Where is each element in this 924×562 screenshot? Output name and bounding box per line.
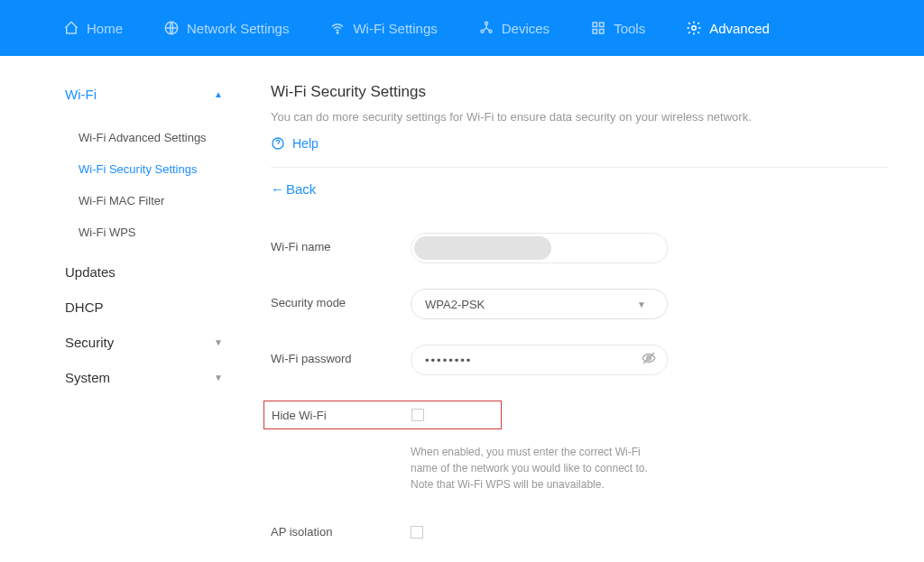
hide-wifi-hint: When enabled, you must enter the correct… bbox=[411, 444, 668, 493]
svg-rect-6 bbox=[600, 23, 605, 27]
chevron-down-icon: ▼ bbox=[214, 373, 223, 382]
help-link[interactable]: Help bbox=[271, 136, 888, 151]
back-label: Back bbox=[286, 181, 316, 197]
divider bbox=[271, 167, 888, 168]
nav-wifi[interactable]: Wi-Fi Settings bbox=[329, 20, 437, 36]
wifi-password-input[interactable] bbox=[411, 345, 668, 375]
eye-off-icon[interactable] bbox=[641, 350, 657, 370]
sidebar-wifi-security[interactable]: Wi-Fi Security Settings bbox=[79, 153, 230, 185]
sidebar-system[interactable]: System ▼ bbox=[65, 366, 230, 389]
devices-icon bbox=[478, 20, 494, 36]
hide-wifi-checkbox[interactable] bbox=[411, 409, 424, 421]
nav-advanced[interactable]: Advanced bbox=[686, 20, 770, 36]
nav-home-label: Home bbox=[87, 21, 123, 36]
home-icon bbox=[63, 20, 79, 36]
svg-point-1 bbox=[337, 32, 339, 34]
nav-wifi-label: Wi-Fi Settings bbox=[353, 21, 437, 36]
sidebar-security[interactable]: Security ▼ bbox=[65, 331, 230, 354]
ap-isolation-checkbox[interactable] bbox=[411, 526, 423, 539]
nav-network[interactable]: Network Settings bbox=[163, 20, 289, 36]
chevron-up-icon: ▲ bbox=[214, 89, 223, 99]
hide-wifi-label: Hide Wi-Fi bbox=[272, 409, 411, 422]
sidebar-wifi-advanced[interactable]: Wi-Fi Advanced Settings bbox=[79, 122, 230, 153]
page-title: Wi-Fi Security Settings bbox=[271, 83, 888, 101]
nav-network-label: Network Settings bbox=[187, 21, 289, 36]
content-area: Wi-Fi Security Settings You can do more … bbox=[244, 56, 924, 562]
svg-rect-5 bbox=[593, 23, 597, 27]
svg-rect-8 bbox=[600, 30, 605, 34]
sidebar-wifi[interactable]: Wi-Fi ▲ bbox=[65, 83, 230, 106]
back-arrow-icon: ← bbox=[271, 181, 284, 197]
sidebar-dhcp-label: DHCP bbox=[65, 299, 104, 315]
nav-advanced-label: Advanced bbox=[709, 21, 770, 36]
nav-tools-label: Tools bbox=[614, 21, 645, 36]
redacted-value bbox=[414, 236, 551, 260]
help-label: Help bbox=[292, 136, 319, 151]
svg-point-2 bbox=[485, 22, 487, 24]
top-navigation: Home Network Settings Wi-Fi Settings Dev… bbox=[0, 0, 924, 56]
hide-wifi-highlight: Hide Wi-Fi bbox=[263, 401, 502, 429]
security-mode-value: WPA2-PSK bbox=[425, 298, 485, 311]
wifi-icon bbox=[329, 20, 346, 36]
nav-home[interactable]: Home bbox=[63, 20, 123, 36]
sidebar-wifi-wps[interactable]: Wi-Fi WPS bbox=[79, 217, 230, 248]
back-link[interactable]: ← Back bbox=[271, 181, 888, 197]
sidebar-wifi-label: Wi-Fi bbox=[65, 87, 97, 102]
sidebar-updates[interactable]: Updates bbox=[65, 261, 230, 283]
sidebar-system-label: System bbox=[65, 370, 110, 385]
sidebar-security-label: Security bbox=[65, 335, 114, 350]
tools-icon bbox=[590, 20, 606, 36]
ap-isolation-label: AP isolation bbox=[271, 518, 411, 539]
sidebar-updates-label: Updates bbox=[65, 264, 116, 280]
sidebar: Wi-Fi ▲ Wi-Fi Advanced Settings Wi-Fi Se… bbox=[0, 56, 244, 562]
page-description: You can do more security settings for Wi… bbox=[271, 110, 888, 124]
security-mode-label: Security mode bbox=[271, 289, 411, 309]
wifi-password-label: Wi-Fi password bbox=[271, 345, 411, 365]
nav-devices[interactable]: Devices bbox=[478, 20, 550, 36]
gear-icon bbox=[686, 20, 702, 36]
sidebar-dhcp[interactable]: DHCP bbox=[65, 296, 230, 318]
security-mode-select[interactable]: WPA2-PSK ▼ bbox=[411, 289, 668, 319]
svg-point-9 bbox=[692, 26, 697, 31]
nav-devices-label: Devices bbox=[502, 21, 550, 36]
nav-tools[interactable]: Tools bbox=[590, 20, 645, 36]
chevron-down-icon: ▼ bbox=[637, 299, 646, 309]
chevron-down-icon: ▼ bbox=[214, 337, 223, 347]
svg-rect-7 bbox=[593, 30, 597, 34]
globe-icon bbox=[163, 20, 180, 36]
wifi-name-label: Wi-Fi name bbox=[271, 233, 411, 253]
wifi-name-input[interactable] bbox=[411, 233, 668, 263]
help-icon bbox=[271, 136, 285, 151]
sidebar-wifi-mac[interactable]: Wi-Fi MAC Filter bbox=[79, 185, 230, 217]
